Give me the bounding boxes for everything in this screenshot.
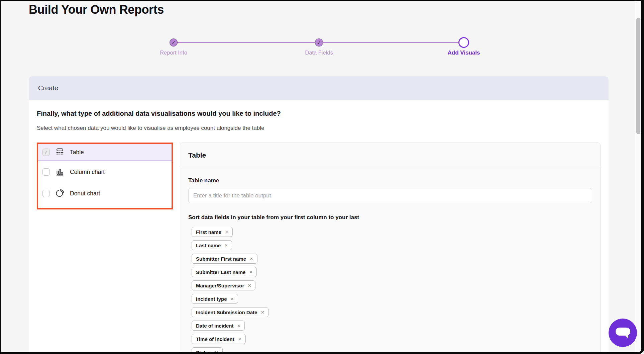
scrollbar-thumb[interactable]: [636, 18, 640, 134]
table-panel-body: Table name Sort data fields in your tabl…: [180, 168, 600, 354]
chat-bubble-icon: [615, 326, 631, 340]
table-name-label: Table name: [188, 177, 592, 184]
table-name-input[interactable]: [188, 188, 592, 203]
step-circle-add-visuals[interactable]: [458, 37, 469, 48]
table-icon: [55, 148, 65, 157]
field-chip[interactable]: Date of incident ×: [192, 321, 245, 331]
check-icon: ✓: [317, 40, 321, 45]
page-title: Build Your Own Reports: [29, 3, 164, 17]
option-label: Donut chart: [70, 190, 100, 197]
field-chip-label: Incident Submission Date: [196, 309, 257, 315]
field-chip-label: Submitter First name: [196, 256, 246, 262]
option-label: Table: [70, 149, 84, 156]
remove-icon[interactable]: ×: [261, 309, 264, 315]
field-chip[interactable]: Incident type ×: [192, 294, 238, 304]
create-card-header-label: Create: [38, 84, 58, 92]
field-chip-label: Last name: [196, 243, 221, 248]
field-chip-label: Submitter Last name: [196, 269, 245, 275]
field-chip[interactable]: First name ×: [192, 227, 233, 237]
step-label-report-info[interactable]: Report Info: [137, 50, 210, 56]
field-chip[interactable]: Submitter First name ×: [192, 254, 257, 264]
remove-icon[interactable]: ×: [225, 229, 228, 235]
create-card-header: Create: [29, 76, 609, 100]
remove-icon[interactable]: ×: [224, 243, 228, 248]
checkbox[interactable]: ✓: [42, 149, 50, 156]
visual-option-column-chart[interactable]: Column chart: [38, 161, 172, 183]
field-chip[interactable]: Time of incident ×: [192, 334, 246, 344]
field-chip-label: Date of incident: [196, 323, 234, 329]
remove-icon[interactable]: ×: [215, 350, 218, 354]
visuals-question: Finally, what type of additional data vi…: [37, 110, 601, 117]
create-card: Create Finally, what type of additional …: [29, 76, 609, 354]
remove-icon[interactable]: ×: [237, 323, 241, 329]
field-chip-label: Status: [196, 350, 211, 354]
field-chip[interactable]: Submitter Last name ×: [192, 267, 257, 277]
checkbox[interactable]: [42, 168, 50, 176]
visuals-content-row: ✓ Table Column chart Donut chart Table T…: [37, 143, 601, 354]
field-chip[interactable]: Status ×: [192, 347, 223, 354]
field-chip[interactable]: Manager/Supervisor ×: [192, 280, 255, 290]
table-config-panel: Table Table name Sort data fields in you…: [180, 143, 601, 354]
step-circle-report-info[interactable]: ✓: [170, 38, 178, 47]
field-chip[interactable]: Incident Submission Date ×: [192, 307, 269, 317]
field-chip-label: Manager/Supervisor: [196, 283, 244, 288]
sort-fields-heading: Sort data fields in your table from your…: [188, 214, 592, 221]
step-label-data-fields[interactable]: Data Fields: [282, 50, 356, 56]
check-icon: ✓: [172, 40, 176, 45]
table-panel-title: Table: [180, 143, 600, 168]
field-chips: First name × Last name × Submitter First…: [192, 227, 592, 354]
step-label-add-visuals[interactable]: Add Visuals: [427, 50, 501, 56]
remove-icon[interactable]: ×: [231, 296, 234, 302]
checkbox[interactable]: [42, 190, 50, 197]
donut-chart-icon: [55, 189, 65, 198]
field-chip-label: Incident type: [196, 296, 227, 302]
remove-icon[interactable]: ×: [250, 256, 253, 262]
visual-option-donut-chart[interactable]: Donut chart: [38, 183, 172, 204]
option-label: Column chart: [70, 169, 105, 176]
remove-icon[interactable]: ×: [248, 283, 251, 288]
visuals-subtext: Select what chosen data you would like t…: [37, 125, 601, 131]
field-chip[interactable]: Last name ×: [192, 240, 232, 250]
chat-widget-button[interactable]: [609, 319, 637, 347]
visual-options-list: ✓ Table Column chart Donut chart: [37, 143, 173, 209]
step-circle-data-fields[interactable]: ✓: [315, 38, 323, 47]
remove-icon[interactable]: ×: [249, 269, 252, 275]
remove-icon[interactable]: ×: [238, 336, 241, 342]
field-chip-label: Time of incident: [196, 336, 234, 342]
column-chart-icon: [55, 167, 65, 177]
field-chip-label: First name: [196, 229, 221, 235]
scrollbar-track[interactable]: [635, 1, 641, 352]
create-card-body: Finally, what type of additional data vi…: [29, 100, 609, 354]
visual-option-table[interactable]: ✓ Table: [38, 144, 172, 161]
